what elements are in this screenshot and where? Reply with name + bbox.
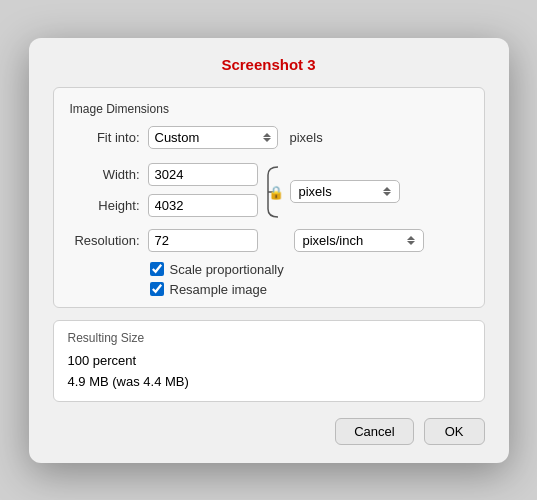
scale-proportionally-checkbox[interactable]: [150, 262, 164, 276]
image-dimensions-label: Image Dimensions: [70, 102, 468, 116]
lock-icon: 🔒: [268, 185, 284, 200]
fit-into-label: Fit into:: [70, 130, 140, 145]
height-label: Height:: [70, 198, 140, 213]
dimension-unit-select[interactable]: pixels: [290, 180, 400, 203]
scale-proportionally-row: Scale proportionally: [150, 262, 468, 277]
width-row: Width:: [70, 163, 258, 186]
fit-into-chevron-icon: [263, 133, 271, 142]
dialog-title: Screenshot 3: [53, 56, 485, 73]
resolution-unit-chevron-icon: [407, 236, 415, 245]
checkboxes-area: Scale proportionally Resample image: [150, 262, 468, 297]
height-row: Height:: [70, 194, 258, 217]
scale-proportionally-label: Scale proportionally: [170, 262, 284, 277]
resample-image-row: Resample image: [150, 282, 468, 297]
resolution-unit-value: pixels/inch: [303, 233, 364, 248]
image-dimensions-section: Image Dimensions Fit into: Custom pixels…: [53, 87, 485, 308]
ok-button[interactable]: OK: [424, 418, 485, 445]
resample-image-checkbox[interactable]: [150, 282, 164, 296]
resample-image-label: Resample image: [170, 282, 268, 297]
width-label: Width:: [70, 167, 140, 182]
resulting-size-value: 4.9 MB (was 4.4 MB): [68, 374, 470, 389]
left-fields: Width: Height:: [70, 163, 258, 217]
resulting-size-label: Resulting Size: [68, 331, 470, 345]
fit-into-value: Custom: [155, 130, 200, 145]
resolution-input[interactable]: [148, 229, 258, 252]
dimension-unit-chevron-icon: [383, 187, 391, 196]
cancel-button[interactable]: Cancel: [335, 418, 413, 445]
height-input[interactable]: [148, 194, 258, 217]
resolution-unit-select[interactable]: pixels/inch: [294, 229, 424, 252]
resulting-size-section: Resulting Size 100 percent 4.9 MB (was 4…: [53, 320, 485, 402]
wh-area: Width: Height: 🔒 pix: [70, 163, 468, 221]
button-row: Cancel OK: [53, 418, 485, 445]
resolution-label: Resolution:: [70, 233, 140, 248]
dimension-unit-value: pixels: [299, 184, 332, 199]
fit-into-unit: pixels: [290, 130, 323, 145]
image-dimensions-dialog: Screenshot 3 Image Dimensions Fit into: …: [29, 38, 509, 463]
fit-into-row: Fit into: Custom pixels: [70, 126, 468, 149]
width-input[interactable]: [148, 163, 258, 186]
fit-into-select[interactable]: Custom: [148, 126, 278, 149]
resolution-row: Resolution: pixels/inch: [70, 229, 468, 252]
resulting-percent: 100 percent: [68, 353, 470, 368]
link-bracket: 🔒: [262, 163, 286, 221]
